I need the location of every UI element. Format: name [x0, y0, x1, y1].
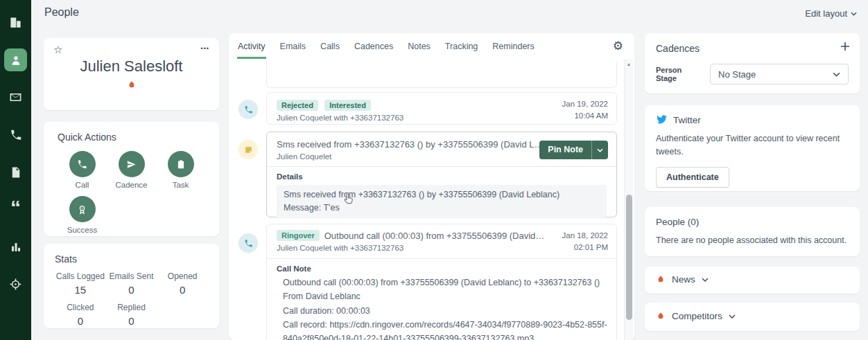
send-icon [119, 151, 145, 177]
tab-emails[interactable]: Emails [279, 35, 307, 59]
chevron-down-icon [597, 148, 603, 152]
feed-item-header: Ringover Outbound call (00:00:03) from +… [267, 224, 616, 258]
envelope-icon [9, 91, 22, 104]
scroll-up-icon[interactable]: ▲ [625, 59, 633, 66]
details-label: Details [277, 172, 607, 181]
activity-panel: Activity Emails Calls Cadences Notes Tra… [229, 33, 634, 340]
stat-opened: Opened 0 [157, 271, 208, 296]
favorite-star-icon[interactable]: ☆ [53, 44, 62, 56]
people-message: There are no people associated with this… [656, 234, 849, 247]
sidebar-item-notes[interactable] [4, 161, 27, 184]
provider-badge: Ringover [277, 230, 320, 241]
stat-clicked: Clicked 0 [55, 303, 106, 327]
sidebar-item-calls[interactable] [4, 123, 27, 146]
edit-layout-label: Edit layout [805, 8, 847, 19]
quick-actions-grid: Call Cadence Task Success [58, 151, 205, 234]
details-box: Sms received from +33637132763 () by +33… [277, 185, 607, 219]
authenticate-button[interactable]: Authenticate [656, 167, 729, 188]
file-icon [10, 166, 22, 179]
stat-replied: Replied 0 [106, 303, 157, 327]
target-icon [9, 278, 22, 291]
bar-chart-icon [10, 241, 22, 253]
twitter-message: Authenticate your Twitter account to vie… [656, 132, 849, 159]
salesloft-flame-icon [656, 312, 666, 321]
feed-item-outbound-call[interactable]: Ringover Outbound call (00:00:03) from +… [266, 224, 617, 340]
person-icon [10, 54, 22, 66]
scrollbar-thumb[interactable] [626, 195, 632, 320]
call-note-section: Call Note Outbound call (00:00:03) from … [267, 259, 616, 340]
call-note-label: Call Note [277, 265, 607, 273]
feed-item-call[interactable]: Rejected Interested Julien Coquelet with… [266, 92, 617, 125]
sidebar-item-live-feed[interactable] [4, 273, 27, 296]
people-title: People (0) [656, 217, 849, 227]
stat-emails-sent: Emails Sent 0 [106, 271, 157, 296]
tab-reminders[interactable]: Reminders [492, 35, 535, 59]
tab-calls[interactable]: Calls [320, 35, 340, 59]
call-avatar-icon [238, 100, 258, 119]
associated-people-card: People (0) There are no people associate… [645, 207, 860, 256]
competitors-card[interactable]: Competitors [645, 303, 860, 331]
sidebar-item-people[interactable] [4, 48, 27, 71]
stats-grid: Calls Logged 15 Emails Sent 0 Opened 0 C… [55, 271, 208, 327]
tab-tracking[interactable]: Tracking [444, 35, 478, 59]
tab-activity[interactable]: Activity [237, 35, 266, 59]
feed-item-sms-note[interactable]: Sms received from +33637132763 () by +33… [266, 132, 617, 217]
sidebar: “ [0, 0, 31, 340]
news-header: News [656, 274, 849, 285]
feed-item-date: Jan 18, 2022 02:01 PM [562, 230, 608, 253]
quick-action-success-button[interactable]: Success [58, 196, 107, 234]
news-card[interactable]: News [645, 267, 860, 294]
competitors-header: Competitors [656, 311, 849, 321]
sidebar-item-conversations[interactable]: “ [4, 198, 27, 221]
more-options-icon[interactable]: ••• [201, 45, 209, 52]
news-title: News [672, 274, 695, 285]
sidebar-item-emails[interactable] [4, 86, 27, 109]
chevron-down-icon [833, 72, 840, 77]
quick-actions-title: Quick Actions [58, 132, 205, 143]
status-badge: Rejected [277, 100, 318, 111]
clipboard-icon [168, 151, 194, 177]
phone-icon [10, 129, 22, 141]
gear-icon[interactable]: ⚙ [613, 39, 623, 53]
mouse-cursor-icon [342, 192, 354, 208]
chevron-down-icon [702, 278, 709, 282]
chevron-down-icon [851, 12, 857, 16]
activity-tabs: Activity Emails Calls Cadences Notes Tra… [229, 33, 634, 59]
feed-scrollbar[interactable]: ▲ [624, 59, 633, 340]
add-cadence-button[interactable] [840, 42, 850, 54]
feed-item-title: Outbound call (00:00:03) from +337555063… [324, 231, 546, 241]
award-icon [69, 196, 96, 222]
twitter-icon [656, 115, 668, 125]
person-stage-value: No Stage [718, 69, 756, 80]
person-stage-row: Person Stage No Stage [656, 64, 849, 84]
quick-action-call-button[interactable]: Call [58, 151, 107, 189]
pin-note-button[interactable]: Pin Note [539, 141, 608, 159]
tab-notes[interactable]: Notes [407, 35, 431, 59]
quick-action-task-button[interactable]: Task [156, 151, 205, 189]
phone-icon [69, 151, 96, 177]
app-root: “ People Edit layout ☆ ••• Julien Salesl… [0, 0, 868, 340]
person-stage-select[interactable]: No Stage [710, 64, 849, 84]
quotes-icon: “ [10, 204, 21, 215]
title-row: Ringover Outbound call (00:00:03) from +… [277, 230, 546, 241]
chevron-down-icon [729, 314, 736, 319]
pin-note-label: Pin Note [539, 141, 591, 159]
call-avatar-icon [238, 233, 258, 253]
feed-item-subtitle: Julien Coquelet with +33637132763 [277, 114, 607, 122]
sidebar-item-accounts[interactable] [4, 11, 27, 34]
cadences-title: Cadences [656, 43, 849, 54]
quick-action-label: Call [76, 181, 89, 189]
pin-note-dropdown[interactable] [591, 141, 608, 159]
feed-item-partial[interactable] [266, 61, 617, 88]
note-avatar-icon [238, 140, 258, 159]
quick-action-cadence-button[interactable]: Cadence [107, 151, 156, 189]
page-title: People [44, 6, 79, 19]
quick-action-label: Task [173, 181, 189, 189]
sidebar-item-analytics[interactable] [4, 235, 27, 258]
quick-action-label: Cadence [115, 181, 147, 189]
salesloft-flame-icon [656, 275, 666, 285]
status-badge: Interested [324, 100, 371, 111]
tab-cadences[interactable]: Cadences [354, 35, 394, 59]
person-card: ☆ ••• Julien Salesloft [44, 38, 219, 110]
edit-layout-button[interactable]: Edit layout [805, 8, 857, 19]
